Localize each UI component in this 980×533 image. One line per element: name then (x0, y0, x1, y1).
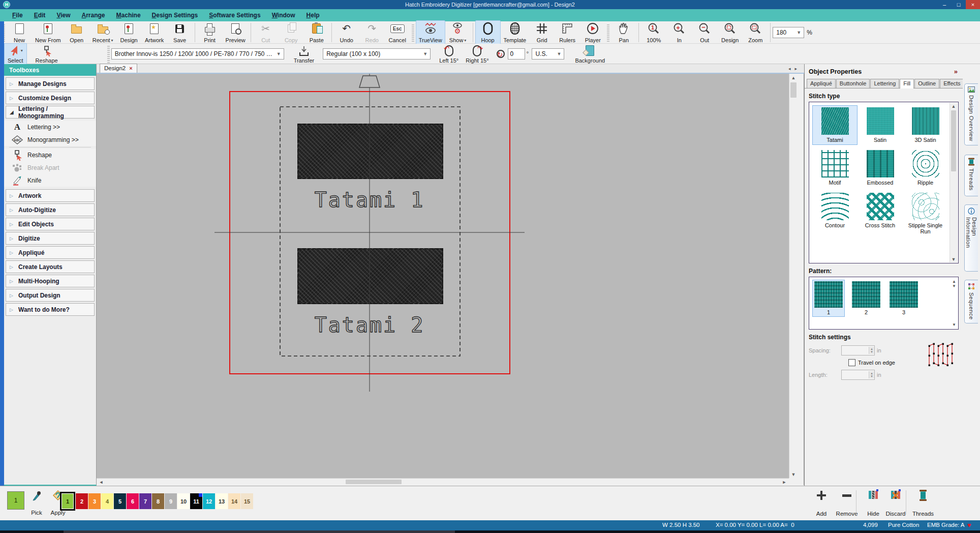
toolbox-auto-digitize[interactable]: ▷Auto-Digitize (6, 203, 95, 216)
rotate-angle-input[interactable] (508, 48, 525, 60)
tab-lettering[interactable]: Lettering (870, 79, 899, 88)
recent-button[interactable]: Recent▾ (89, 20, 116, 44)
menu-help[interactable]: Help (301, 10, 325, 20)
tab-threads[interactable]: Threads (964, 155, 978, 196)
scroll-up-icon[interactable]: ▲ (952, 279, 956, 284)
palette-swatch-10[interactable]: 10 (177, 493, 190, 509)
tool-lettering[interactable]: A Lettering >> (4, 121, 96, 133)
palette-swatch-11[interactable]: 11 (190, 493, 202, 509)
scroll-down-icon[interactable]: ▼ (789, 470, 798, 478)
add-color-button[interactable]: Add (808, 489, 835, 517)
stitch-type-motif[interactable]: Motif (812, 148, 858, 188)
scroll-up-icon[interactable]: ▲ (789, 74, 798, 81)
travel-on-edge-checkbox[interactable] (848, 359, 855, 366)
threads-button[interactable]: Threads (910, 489, 936, 517)
print-button[interactable]: Print (197, 20, 223, 44)
palette-swatch-5[interactable]: 5 (114, 493, 126, 509)
list-scrollbar[interactable]: ▲ ▼ (950, 103, 958, 262)
toolbox-lettering-monogramming[interactable]: ◢Lettering / Monogramming (6, 106, 95, 119)
stitch-type-satin[interactable]: Satin (858, 105, 903, 145)
new-from-button[interactable]: New From (32, 20, 64, 44)
palette-swatch-14[interactable]: 14 (228, 493, 240, 509)
menu-machine[interactable]: Machine (111, 10, 146, 20)
pan-button[interactable]: Pan (611, 20, 636, 44)
toolbox-applique[interactable]: ▷Appliqué (6, 246, 95, 259)
units-select[interactable]: U.S.▼ (532, 48, 564, 60)
tab-design2[interactable]: Design2 × (100, 64, 137, 73)
hoop-size-select[interactable]: Regular (100 x 100)▼ (323, 48, 431, 60)
design-canvas[interactable]: Tatami 1 Tatami 2 (97, 74, 789, 478)
paste-button[interactable]: Paste (304, 20, 329, 44)
palette-swatch-13[interactable]: 13 (216, 493, 228, 509)
stitch-type-tatami[interactable]: Tatami (812, 105, 858, 145)
scroll-bottom-icon[interactable]: ▼ (952, 322, 956, 327)
tab-buttonhole[interactable]: Buttonhole (836, 79, 870, 88)
tab-close-icon[interactable]: × (129, 65, 132, 71)
grid-button[interactable]: Grid (529, 20, 555, 44)
select-tool-button[interactable]: ▾ Select (4, 43, 27, 65)
palette-swatch-12[interactable]: 12 (203, 493, 215, 509)
pattern-1[interactable]: 1 (812, 280, 845, 317)
palette-swatch-6[interactable]: 6 (127, 493, 139, 509)
scroll-right-icon[interactable]: ► (781, 479, 788, 485)
palette-swatch-4[interactable]: 4 (101, 493, 113, 509)
tab-fill[interactable]: Fill (900, 79, 914, 88)
zoom-in-button[interactable]: + In (666, 20, 692, 44)
maximize-button[interactable]: □ (952, 0, 966, 9)
rotate-hoop-right-button[interactable]: ↷ Right 15° (462, 43, 492, 65)
toolbox-artwork[interactable]: ▷Artwork (6, 189, 95, 202)
discard-color-button[interactable]: Discard (882, 489, 909, 517)
scroll-down-icon[interactable]: ▼ (950, 256, 957, 262)
toolbox-output-design[interactable]: ▷Output Design (6, 289, 95, 302)
toolbox-edit-objects[interactable]: ▷Edit Objects (6, 218, 95, 230)
stitch-type-stipple-single-run[interactable]: Stipple Single Run (903, 191, 948, 236)
toolbox-want-to-do-more[interactable]: ▷Want to do More? (6, 303, 95, 316)
tab-sequence[interactable]: Sequence (964, 280, 978, 323)
rotate-hoop-left-button[interactable]: ↶ Left 15° (436, 43, 462, 65)
stitch-type-contour[interactable]: Contour (812, 191, 858, 236)
pick-color-button[interactable]: Pick (26, 489, 47, 516)
tab-effects[interactable]: Effects (940, 79, 964, 88)
scroll-thumb[interactable] (790, 82, 797, 98)
stitch-text-tatami-1[interactable]: Tatami 1 (281, 188, 458, 212)
stitch-block-2[interactable] (297, 248, 443, 304)
stitch-type-embossed[interactable]: Embossed (858, 148, 903, 188)
new-button[interactable]: New (7, 20, 32, 44)
stitch-type-ripple[interactable]: Ripple (903, 148, 948, 188)
close-button[interactable]: × (966, 0, 980, 9)
tab-scroll-right-icon[interactable]: ▸ (794, 66, 797, 71)
tab-scroll-left-icon[interactable]: ◂ (788, 66, 791, 71)
stitch-block-1[interactable] (297, 124, 443, 179)
palette-swatch-7[interactable]: 7 (139, 493, 151, 509)
toolbox-create-layouts[interactable]: ▷Create Layouts (6, 260, 95, 273)
palette-swatch-9[interactable]: 9 (165, 493, 177, 509)
hoop-button[interactable]: Hoop (475, 20, 501, 44)
insert-artwork-button[interactable]: Artwork (142, 20, 167, 44)
menu-design-settings[interactable]: Design Settings (147, 10, 203, 20)
template-button[interactable]: Template (501, 20, 530, 44)
pattern-2[interactable]: 2 (850, 280, 882, 317)
tab-applique[interactable]: Appliqué (807, 79, 836, 88)
zoom-100-button[interactable]: 1 100% (641, 20, 666, 44)
transfer-button[interactable]: Transfer (290, 43, 318, 65)
stitch-text-tatami-2[interactable]: Tatami 2 (281, 313, 458, 337)
zoom-box-button[interactable]: Zoom (743, 20, 768, 44)
toolbox-multi-hooping[interactable]: ▷Multi-Hooping (6, 275, 95, 287)
toolbox-customize-design[interactable]: ▷Customize Design (6, 92, 95, 104)
menu-window[interactable]: Window (267, 10, 300, 20)
menu-software-settings[interactable]: Software Settings (204, 10, 265, 20)
stitch-type-3d-satin[interactable]: 3D Satin (903, 105, 948, 145)
tab-design-overview[interactable]: Design Overview (964, 83, 978, 145)
scroll-thumb[interactable] (346, 480, 402, 484)
reshape-tool-button[interactable]: Reshape (32, 43, 62, 65)
trueview-button[interactable]: TrueView (416, 20, 445, 44)
toolbox-manage-designs[interactable]: ▷Manage Designs (6, 77, 95, 90)
preview-button[interactable]: Preview (223, 20, 249, 44)
palette-swatch-2[interactable]: 2 (76, 493, 88, 509)
scroll-down-icon[interactable]: ▼ (952, 284, 956, 288)
collapse-panel-icon[interactable]: » (954, 68, 958, 75)
zoom-out-button[interactable]: − Out (692, 20, 717, 44)
stitch-type-cross-stitch[interactable]: Cross Stitch (858, 191, 903, 236)
tool-knife[interactable]: Knife (4, 174, 96, 187)
background-button[interactable]: Background (571, 43, 608, 65)
